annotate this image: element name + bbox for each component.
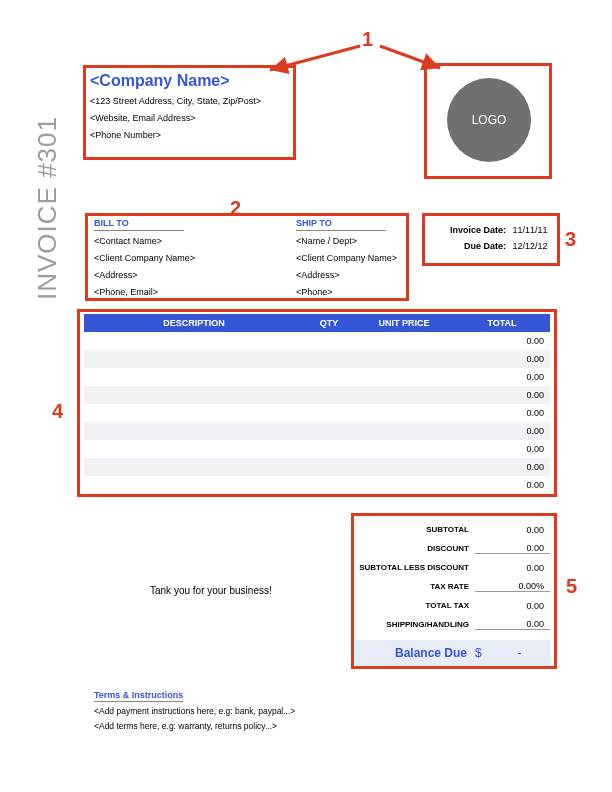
bill-to-company: <Client Company Name> <box>94 253 234 263</box>
callout-arrow-right <box>370 40 470 80</box>
callout-number-2: 2 <box>230 197 241 220</box>
table-row: 0.00 <box>84 368 550 386</box>
totals-block: SUBTOTAL0.00 DISCOUNT0.00 SUBTOTAL LESS … <box>355 520 550 666</box>
thank-you-text: Tank you for your business! <box>150 585 272 596</box>
bill-to-address: <Address> <box>94 270 234 280</box>
terms-header: Terms & Instructions <box>94 690 183 702</box>
ship-to-phone: <Phone> <box>296 287 436 297</box>
col-total: TOTAL <box>454 314 550 332</box>
invoice-date-value: 11/11/11 <box>513 225 548 235</box>
invoice-number-title: INVOICE #301 <box>32 116 63 300</box>
discount-value: 0.00 <box>475 543 550 554</box>
logo-placeholder: LOGO <box>447 78 531 162</box>
balance-due-value: - <box>495 646 550 660</box>
table-row: 0.00 <box>84 458 550 476</box>
ship-to-block: SHIP TO <Name / Dept> <Client Company Na… <box>296 218 436 304</box>
ship-to-name-dept: <Name / Dept> <box>296 236 436 246</box>
balance-due-label: Balance Due <box>355 646 475 660</box>
ship-to-header: SHIP TO <box>296 218 386 231</box>
terms-block: Terms & Instructions <Add payment instru… <box>94 690 444 736</box>
bill-to-phone-email: <Phone, Email> <box>94 287 234 297</box>
balance-due-row: Balance Due $ - <box>355 640 550 666</box>
subtotal-value: 0.00 <box>475 525 550 535</box>
col-qty: QTY <box>304 314 354 332</box>
terms-other: <Add terms here, e.g: warranty, returns … <box>94 721 444 731</box>
company-web-email: <Website, Email Address> <box>90 113 290 123</box>
company-name: <Company Name> <box>90 72 290 90</box>
subtotal-label: SUBTOTAL <box>355 525 475 534</box>
dates-block: Invoice Date: 11/11/11 Due Date: 12/12/1… <box>438 225 558 257</box>
total-tax-value: 0.00 <box>475 601 550 611</box>
svg-line-1 <box>380 46 440 68</box>
line-items-table: DESCRIPTION QTY UNIT PRICE TOTAL 0.00 0.… <box>84 314 550 494</box>
table-row: 0.00 <box>84 476 550 494</box>
invoice-date-label: Invoice Date: <box>438 225 510 235</box>
callout-number-5: 5 <box>566 575 577 598</box>
subtotal-less-label: SUBTOTAL LESS DISCOUNT <box>355 563 475 572</box>
terms-payment: <Add payment instructions here, e.g: ban… <box>94 706 444 716</box>
ship-to-company: <Client Company Name> <box>296 253 436 263</box>
table-row: 0.00 <box>84 404 550 422</box>
table-row: 0.00 <box>84 350 550 368</box>
company-info-block: <Company Name> <123 Street Address, City… <box>90 72 290 147</box>
tax-rate-label: TAX RATE <box>355 582 475 591</box>
ship-to-address: <Address> <box>296 270 436 280</box>
total-tax-label: TOTAL TAX <box>355 601 475 610</box>
shipping-label: SHIPPING/HANDLING <box>355 620 475 629</box>
due-date-label: Due Date: <box>438 241 510 251</box>
svg-line-0 <box>270 46 360 70</box>
bill-to-header: BILL TO <box>94 218 184 231</box>
table-row: 0.00 <box>84 332 550 350</box>
due-date-value: 12/12/12 <box>513 241 548 251</box>
callout-number-4: 4 <box>52 400 63 423</box>
balance-due-currency: $ <box>475 646 495 660</box>
table-row: 0.00 <box>84 386 550 404</box>
table-row: 0.00 <box>84 422 550 440</box>
discount-label: DISCOUNT <box>355 544 475 553</box>
subtotal-less-value: 0.00 <box>475 563 550 573</box>
col-description: DESCRIPTION <box>84 314 304 332</box>
col-unit-price: UNIT PRICE <box>354 314 454 332</box>
bill-to-block: BILL TO <Contact Name> <Client Company N… <box>94 218 234 304</box>
tax-rate-value: 0.00% <box>475 581 550 592</box>
bill-to-contact: <Contact Name> <box>94 236 234 246</box>
shipping-value: 0.00 <box>475 619 550 630</box>
table-row: 0.00 <box>84 440 550 458</box>
company-address: <123 Street Address, City, State, Zip/Po… <box>90 96 290 106</box>
company-phone: <Phone Number> <box>90 130 290 140</box>
callout-number-3: 3 <box>565 228 576 251</box>
